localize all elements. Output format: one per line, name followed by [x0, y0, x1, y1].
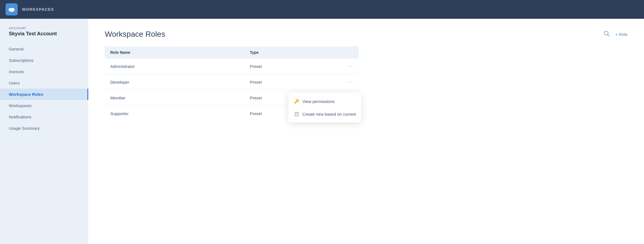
add-role-button[interactable]: + Role: [615, 32, 627, 37]
sidebar-nav: GeneralSubscriptionsInvoicesUsersWorkspa…: [0, 43, 88, 134]
col-header-type: Type: [244, 46, 333, 59]
sidebar-item-workspace-roles[interactable]: Workspace Roles: [0, 89, 88, 100]
role-name-cell: Member: [105, 90, 244, 106]
role-action-cell[interactable]: ⋮: [333, 74, 359, 90]
topbar: WORKSPACES: [0, 0, 644, 19]
table-row: DeveloperPreset⋮: [105, 74, 359, 90]
sidebar-item-notifications[interactable]: Notifications: [0, 111, 88, 123]
more-options-icon[interactable]: ⋮: [348, 63, 353, 69]
role-action-cell[interactable]: ⋮🔑 View permissions📋 Create new based on…: [333, 90, 359, 106]
roles-table: Role Name Type AdministratorPreset⋮Devel…: [105, 46, 359, 121]
col-header-action: [333, 46, 359, 59]
table-body: AdministratorPreset⋮DeveloperPreset⋮Memb…: [105, 59, 359, 121]
main-content: Workspace Roles + Role Role Name Type: [88, 19, 644, 244]
page-layout: ACCOUNT Skyvia Test Account GeneralSubsc…: [0, 19, 644, 244]
view-permissions-item[interactable]: 🔑 View permissions: [288, 95, 361, 108]
app-title: WORKSPACES: [22, 7, 54, 12]
more-options-icon[interactable]: ⋮: [348, 79, 353, 85]
sidebar-account-name: Skyvia Test Account: [0, 31, 88, 43]
table-row: AdministratorPreset⋮: [105, 59, 359, 74]
app-logo: [6, 3, 18, 15]
sidebar-item-usage-summary[interactable]: Usage Summary: [0, 123, 88, 134]
sidebar-item-subscriptions[interactable]: Subscriptions: [0, 55, 88, 66]
svg-point-1: [9, 8, 12, 10]
sidebar-section-label: ACCOUNT: [0, 26, 88, 31]
create-new-label: Create new based on current: [303, 112, 356, 116]
col-header-name: Role Name: [105, 46, 244, 59]
page-header: Workspace Roles + Role: [105, 30, 627, 39]
page-actions: + Role: [604, 31, 627, 38]
table-header: Role Name Type: [105, 46, 359, 59]
table-row: MemberPreset⋮🔑 View permissions📋 Create …: [105, 90, 359, 106]
copy-icon: 📋: [294, 112, 299, 116]
create-new-item[interactable]: 📋 Create new based on current: [288, 108, 361, 120]
sidebar-item-workspaces[interactable]: Workspaces: [0, 100, 88, 111]
page-title: Workspace Roles: [105, 30, 165, 39]
context-menu: 🔑 View permissions📋 Create new based on …: [288, 93, 361, 123]
sidebar: ACCOUNT Skyvia Test Account GeneralSubsc…: [0, 19, 88, 244]
role-name-cell: Developer: [105, 74, 244, 90]
role-type-cell: Preset: [244, 59, 333, 74]
role-name-cell: Administrator: [105, 59, 244, 74]
sidebar-item-general[interactable]: General: [0, 43, 88, 55]
sidebar-item-invoices[interactable]: Invoices: [0, 66, 88, 77]
search-button[interactable]: [604, 31, 610, 38]
role-type-cell: Preset: [244, 74, 333, 90]
key-icon: 🔑: [294, 99, 299, 104]
svg-line-4: [608, 35, 610, 36]
role-name-cell: Supporter: [105, 106, 244, 121]
view-permissions-label: View permissions: [303, 99, 335, 104]
sidebar-item-users[interactable]: Users: [0, 77, 88, 89]
role-action-cell[interactable]: ⋮: [333, 59, 359, 74]
svg-point-2: [12, 8, 14, 10]
